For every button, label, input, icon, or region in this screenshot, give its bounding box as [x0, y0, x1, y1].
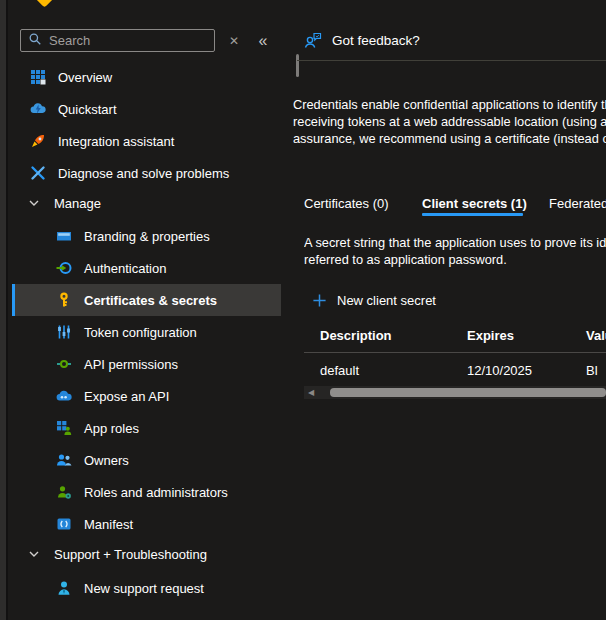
sidebar-item-api-permissions[interactable]: API permissions	[56, 348, 178, 380]
table-row-description-cell: default	[320, 363, 359, 378]
sidebar-item-label: Branding & properties	[84, 229, 210, 244]
chevron-down-icon	[26, 195, 42, 211]
active-tab-underline	[422, 213, 523, 216]
sidebar-item-label: App roles	[84, 421, 139, 436]
sidebar-item-label: Quickstart	[58, 102, 117, 117]
credentials-intro-line2: receiving tokens at a web addressable lo…	[293, 113, 606, 130]
search-clear-icon[interactable]: ✕	[223, 29, 245, 52]
sidebar-item-label: API permissions	[84, 357, 178, 372]
secret-description-line2: referred to as application password.	[304, 251, 606, 268]
app-window: ✕ « Overview Quickstart Integration assi…	[0, 0, 606, 620]
sidebar-item-owners[interactable]: Owners	[56, 444, 129, 476]
token-configuration-icon	[56, 324, 72, 340]
sidebar-collapse-icon[interactable]: «	[252, 29, 274, 52]
sidebar-item-label: Manifest	[84, 517, 133, 532]
sidebar-item-label: Expose an API	[84, 389, 169, 404]
tab-federated-credentials[interactable]: Federated credentials (0)	[549, 196, 606, 213]
branding-icon	[56, 228, 72, 244]
app-roles-icon	[56, 420, 72, 436]
sidebar-item-label: Overview	[58, 70, 112, 85]
sidebar-item-label: Authentication	[84, 261, 166, 276]
api-permissions-icon	[56, 356, 72, 372]
feedback-icon	[304, 32, 323, 49]
search-input[interactable]	[49, 33, 199, 48]
tab-client-secrets[interactable]: Client secrets (1)	[422, 196, 527, 213]
sidebar-item-token-configuration[interactable]: Token configuration	[56, 316, 197, 348]
chevron-down-icon	[26, 546, 42, 562]
sidebar-item-quickstart[interactable]: Quickstart	[30, 93, 117, 125]
horizontal-scrollbar-thumb[interactable]	[330, 388, 606, 397]
page-key-icon	[35, 0, 53, 8]
authentication-icon	[56, 260, 72, 276]
sidebar-item-manifest[interactable]: Manifest	[56, 508, 133, 540]
sidebar-item-label: Diagnose and solve problems	[58, 166, 229, 181]
manifest-icon	[56, 516, 72, 532]
credentials-intro-line3: assurance, we recommend using a certific…	[293, 130, 606, 147]
sidebar-group-label: Support + Troubleshooting	[54, 547, 207, 562]
got-feedback-button[interactable]: Got feedback?	[304, 32, 420, 49]
diagnose-tools-icon	[30, 165, 46, 181]
sidebar-group-support-troubleshooting[interactable]: Support + Troubleshooting	[26, 538, 207, 570]
blade-scrollbar-thumb[interactable]	[296, 54, 299, 77]
search-icon	[28, 32, 42, 50]
sidebar-item-label: Token configuration	[84, 325, 197, 340]
horizontal-scrollbar[interactable]: ◀	[304, 386, 606, 399]
quickstart-icon	[30, 101, 46, 117]
tab-certificates[interactable]: Certificates (0)	[304, 196, 389, 213]
scroll-left-arrow-icon[interactable]: ◀	[308, 388, 314, 397]
sidebar-item-label: New support request	[84, 581, 204, 596]
table-header-divider	[304, 352, 606, 353]
plus-icon	[312, 293, 327, 308]
new-client-secret-label: New client secret	[337, 293, 436, 308]
column-header-description[interactable]: Description	[320, 328, 392, 343]
table-row-value-cell: Bl	[586, 363, 598, 378]
sidebar-item-authentication[interactable]: Authentication	[56, 252, 166, 284]
support-person-icon	[56, 580, 72, 596]
got-feedback-label: Got feedback?	[332, 33, 420, 48]
roles-administrators-icon	[56, 484, 72, 500]
sidebar-item-certificates-secrets[interactable]: Certificates & secrets	[12, 284, 281, 316]
credentials-intro-line1: Credentials enable confidential applicat…	[293, 96, 606, 113]
column-header-value[interactable]: Value	[586, 328, 606, 343]
sidebar-item-expose-an-api[interactable]: Expose an API	[56, 380, 169, 412]
sidebar-item-new-support-request[interactable]: New support request	[56, 572, 204, 604]
sidebar-item-label: Certificates & secrets	[84, 293, 217, 308]
sidebar-item-label: Roles and administrators	[84, 485, 228, 500]
secret-description-line1: A secret string that the application use…	[304, 234, 606, 251]
sidebar-item-label: Owners	[84, 453, 129, 468]
integration-assistant-icon	[30, 133, 46, 149]
left-panel-edge	[0, 0, 8, 620]
sidebar-item-integration-assistant[interactable]: Integration assistant	[30, 125, 174, 157]
new-client-secret-button[interactable]: New client secret	[312, 293, 436, 308]
sidebar-group-label: Manage	[54, 196, 101, 211]
owners-icon	[56, 452, 72, 468]
sidebar-search-box[interactable]	[20, 29, 215, 52]
key-icon	[56, 292, 72, 308]
expose-api-icon	[56, 388, 72, 404]
sidebar-item-diagnose[interactable]: Diagnose and solve problems	[30, 157, 229, 189]
sidebar-item-app-roles[interactable]: App roles	[56, 412, 139, 444]
sidebar-item-branding-properties[interactable]: Branding & properties	[56, 220, 210, 252]
table-row-expires-cell: 12/10/2025	[467, 363, 532, 378]
column-header-expires[interactable]: Expires	[467, 328, 514, 343]
header-divider	[297, 60, 606, 61]
sidebar-group-manage[interactable]: Manage	[26, 187, 101, 219]
sidebar-item-overview[interactable]: Overview	[30, 61, 112, 93]
sidebar-item-label: Integration assistant	[58, 134, 174, 149]
sidebar-item-roles-administrators[interactable]: Roles and administrators	[56, 476, 228, 508]
overview-icon	[30, 69, 46, 85]
